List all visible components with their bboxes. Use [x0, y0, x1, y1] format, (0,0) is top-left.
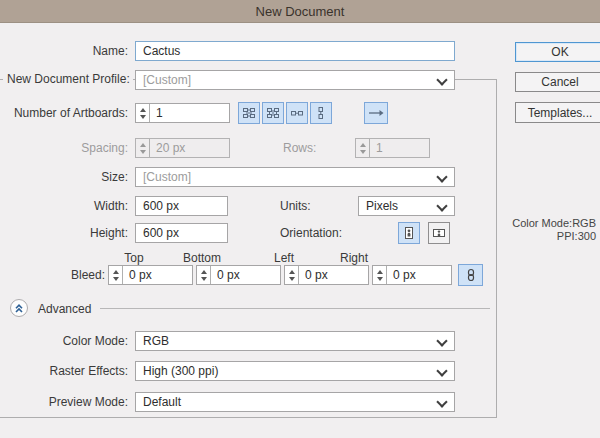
grid-by-column-icon — [266, 106, 280, 120]
layout-direction-arrow-icon — [367, 106, 385, 120]
artboards-spinner[interactable] — [136, 104, 150, 122]
templates-button[interactable]: Templates... — [515, 102, 600, 123]
size-label: Size: — [0, 170, 128, 184]
spinner-up-icon — [140, 143, 146, 147]
chevron-down-icon — [436, 171, 447, 182]
raster-effects-dropdown[interactable]: High (300 ppi) — [135, 361, 455, 381]
color-mode-info: Color Mode:RGB — [512, 217, 596, 229]
spinner-down-icon — [201, 277, 207, 281]
bleed-label: Bleed: — [0, 268, 105, 282]
advanced-toggle-button[interactable] — [10, 299, 28, 317]
portrait-icon — [402, 226, 416, 240]
orientation-landscape-button[interactable] — [428, 222, 450, 244]
grid-by-column-button[interactable] — [262, 102, 284, 124]
ppi-info: PPI:300 — [557, 230, 596, 242]
chain-link-icon — [464, 268, 478, 282]
bleed-right-header: Right — [312, 251, 396, 265]
spinner-up-icon — [289, 270, 295, 274]
spinner-up-icon — [113, 270, 119, 274]
bleed-link-button[interactable] — [458, 264, 483, 286]
artboards-label: Number of Artboards: — [0, 106, 128, 120]
rows-label: Rows: — [283, 141, 316, 155]
spinner-down-icon — [140, 150, 146, 154]
profile-label: New Document Profile: — [3, 72, 133, 86]
cancel-button[interactable]: Cancel — [515, 72, 600, 92]
chevron-down-icon — [436, 396, 447, 407]
dialog-titlebar[interactable]: New Document — [0, 0, 600, 23]
arrange-by-column-icon — [314, 106, 328, 120]
spinner-down-icon — [140, 115, 146, 119]
advanced-label: Advanced — [38, 302, 91, 316]
artboards-field[interactable]: 1 — [135, 103, 230, 123]
name-label: Name: — [0, 44, 128, 58]
landscape-icon — [432, 226, 446, 240]
size-dropdown[interactable]: [Custom] — [135, 167, 455, 187]
bleed-bottom-spinner[interactable] — [197, 266, 211, 284]
chevron-down-icon — [436, 365, 447, 376]
arrange-by-column-button[interactable] — [310, 102, 332, 124]
layout-direction-button[interactable] — [364, 102, 388, 124]
chevron-down-icon — [436, 74, 447, 85]
spinner-up-icon — [140, 108, 146, 112]
spinner-down-icon — [360, 150, 366, 154]
chevron-down-icon — [436, 200, 447, 211]
bleed-top-spinner[interactable] — [109, 266, 123, 284]
spinner-up-icon — [201, 270, 207, 274]
spinner-down-icon — [377, 277, 383, 281]
dialog-title: New Document — [256, 4, 345, 19]
spinner-down-icon — [113, 277, 119, 281]
units-dropdown[interactable]: Pixels — [358, 196, 455, 216]
grid-by-row-icon — [242, 106, 256, 120]
bleed-top-field[interactable]: 0 px — [108, 265, 193, 285]
color-mode-dropdown[interactable]: RGB — [135, 331, 455, 351]
rows-spinner[interactable] — [356, 139, 370, 157]
arrange-by-row-icon — [290, 106, 304, 120]
double-chevron-up-icon — [12, 301, 26, 315]
orientation-portrait-button[interactable] — [398, 222, 420, 244]
bleed-left-spinner[interactable] — [285, 266, 299, 284]
bleed-left-field[interactable]: 0 px — [284, 265, 369, 285]
units-label: Units: — [280, 199, 311, 213]
chevron-down-icon — [436, 335, 447, 346]
height-label: Height: — [0, 226, 128, 240]
ok-button[interactable]: OK — [515, 42, 600, 62]
height-input[interactable]: 600 px — [135, 223, 228, 243]
width-input[interactable]: 600 px — [135, 196, 228, 216]
bleed-right-spinner[interactable] — [373, 266, 387, 284]
arrange-by-row-button[interactable] — [286, 102, 308, 124]
raster-effects-label: Raster Effects: — [0, 364, 128, 378]
new-document-dialog: { "dialog": { "title": "New Document" },… — [0, 0, 600, 438]
advanced-separator — [100, 308, 490, 309]
preview-mode-dropdown[interactable]: Default — [135, 392, 455, 412]
bleed-right-field[interactable]: 0 px — [372, 265, 452, 285]
orientation-label: Orientation: — [280, 226, 342, 240]
spinner-up-icon — [360, 143, 366, 147]
color-mode-label: Color Mode: — [0, 334, 128, 348]
profile-dropdown[interactable]: [Custom] — [135, 70, 455, 90]
grid-by-row-button[interactable] — [238, 102, 260, 124]
preview-mode-label: Preview Mode: — [0, 395, 128, 409]
spinner-up-icon — [377, 270, 383, 274]
rows-field[interactable]: 1 — [355, 138, 430, 158]
spinner-down-icon — [289, 277, 295, 281]
spacing-spinner[interactable] — [136, 139, 150, 157]
width-label: Width: — [0, 199, 128, 213]
name-input[interactable]: Cactus — [135, 41, 455, 61]
spacing-label: Spacing: — [0, 141, 128, 155]
bleed-bottom-field[interactable]: 0 px — [196, 265, 281, 285]
bleed-bottom-header: Bottom — [160, 251, 244, 265]
spacing-field[interactable]: 20 px — [135, 138, 230, 158]
